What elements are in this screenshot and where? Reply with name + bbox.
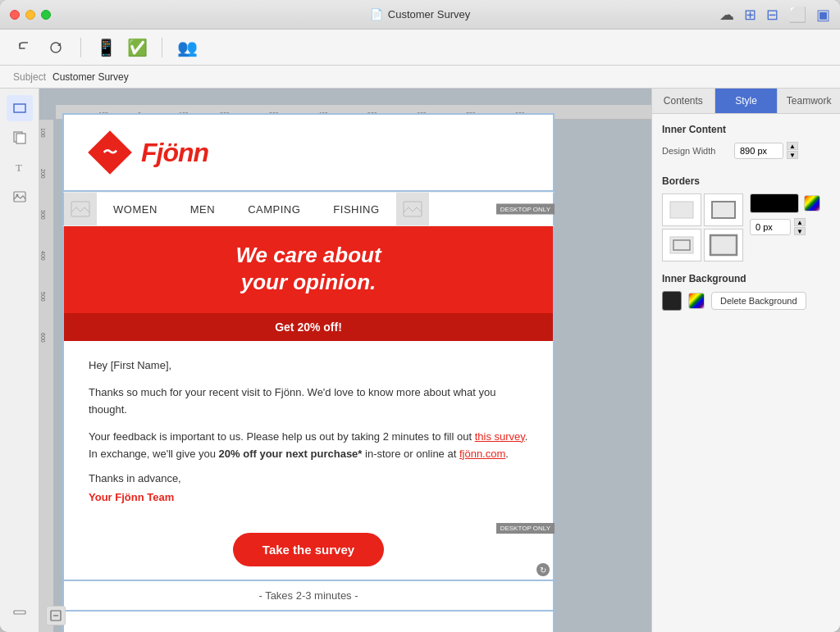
cta-button[interactable]: Take the survey xyxy=(233,533,384,566)
border-size-input[interactable] xyxy=(750,219,791,235)
tool-image[interactable] xyxy=(7,184,33,210)
check-icon[interactable]: ✅ xyxy=(126,36,148,59)
inner-bg-color-picker[interactable] xyxy=(688,293,705,309)
border-size-down[interactable]: ▼ xyxy=(794,227,806,235)
borders-section: Borders xyxy=(662,175,830,261)
minimize-button[interactable] xyxy=(25,10,35,20)
subject-value: Customer Survey xyxy=(52,71,129,83)
nav-desktop-only-badge: DESKTOP ONLY xyxy=(496,204,555,215)
logo-container: 〜 xyxy=(89,131,131,174)
main-area: T -100 0 100 200 300 400 500 xyxy=(0,89,840,632)
left-panel: T xyxy=(0,89,39,632)
inner-content-title: Inner Content xyxy=(662,124,830,135)
border-size-row: ▲ ▼ xyxy=(750,218,820,235)
border-color-picker[interactable] xyxy=(804,195,820,211)
hero-title-line1: We care about xyxy=(89,243,528,268)
body-greeting: Hey [First Name], xyxy=(89,357,528,375)
svg-rect-7 xyxy=(14,611,25,614)
design-width-input[interactable] xyxy=(734,143,783,159)
inner-content-section: Inner Content Design Width ▲ ▼ xyxy=(662,124,830,164)
grid-add-icon[interactable]: ⊞ xyxy=(744,6,756,24)
design-width-row: Design Width ▲ ▼ xyxy=(662,142,830,159)
svg-point-9 xyxy=(75,204,78,207)
logo-wave-symbol: 〜 xyxy=(103,143,117,162)
design-width-input-group: ▲ ▼ xyxy=(734,142,798,159)
tool-settings[interactable] xyxy=(7,599,33,625)
tool-layers[interactable] xyxy=(7,125,33,151)
border-preset-outer[interactable] xyxy=(704,229,743,261)
users-icon[interactable]: 👥 xyxy=(176,36,199,59)
body-site-link[interactable]: fjönn.com xyxy=(459,448,505,460)
maximize-button[interactable] xyxy=(41,10,51,20)
borders-controls: ▲ ▼ xyxy=(662,193,830,261)
titlebar-right-icons: ☁ ⊞ ⊟ ⬜ ▣ xyxy=(719,6,830,24)
refresh-icon[interactable] xyxy=(44,36,67,59)
svg-rect-3 xyxy=(16,134,25,143)
border-preset-none[interactable] xyxy=(662,193,701,226)
canvas-area[interactable]: -100 0 100 200 300 400 500 600 700 800 1… xyxy=(39,89,651,632)
subject-bar: Subject Customer Survey xyxy=(0,66,840,89)
border-preset-all[interactable] xyxy=(704,193,743,226)
body-para2-period: . xyxy=(505,448,509,460)
border-presets xyxy=(662,193,743,261)
border-size-up[interactable]: ▲ xyxy=(794,218,806,226)
nav-right-image xyxy=(396,193,429,225)
column-icon[interactable]: ⊟ xyxy=(766,6,778,24)
zoom-button[interactable] xyxy=(46,606,66,625)
nav-item-fishing[interactable]: FISHING xyxy=(317,193,395,225)
border-color-row xyxy=(750,193,820,213)
svg-rect-15 xyxy=(712,202,735,218)
nav-item-women[interactable]: WOMEN xyxy=(97,193,174,225)
body-survey-link[interactable]: this survey xyxy=(475,430,525,443)
tool-rectangle[interactable] xyxy=(7,95,33,121)
email-hero-section: We care about your opinion. xyxy=(62,226,555,313)
svg-point-0 xyxy=(51,43,61,52)
svg-rect-14 xyxy=(670,202,693,218)
cta-resize-handle[interactable]: ↻ xyxy=(536,563,550,576)
tab-contents[interactable]: Contents xyxy=(652,89,715,113)
right-panel: Contents Style Teamwork Inner Content De… xyxy=(651,89,840,632)
device-preview-icon[interactable]: 📱 xyxy=(94,36,117,59)
brand-logo: 〜 Fjönn xyxy=(89,131,528,174)
panel-left-icon[interactable]: ⬜ xyxy=(788,6,806,24)
signature-team: Your Fjönn Team xyxy=(89,491,174,503)
email-brand-header: 〜 Fjönn xyxy=(62,113,555,192)
timing-text: - Takes 2-3 minutes - xyxy=(258,589,358,602)
cta-desktop-only-badge: DESKTOP ONLY xyxy=(496,523,555,534)
body-thanks: Thanks in advance, xyxy=(89,472,528,484)
nav-item-camping[interactable]: CAMPING xyxy=(231,193,317,225)
inner-background-title: Inner Background xyxy=(662,273,830,284)
undo-button[interactable] xyxy=(13,36,36,59)
email-timing-section: - Takes 2-3 minutes - xyxy=(62,580,555,612)
traffic-lights xyxy=(10,10,51,20)
close-button[interactable] xyxy=(10,10,20,20)
inner-bg-controls: Delete Background xyxy=(662,291,830,311)
delete-background-button[interactable]: Delete Background xyxy=(711,292,806,310)
brand-name: Fjönn xyxy=(141,138,208,168)
email-body: Hey [First Name], Thanks so much for you… xyxy=(62,341,555,520)
tab-style[interactable]: Style xyxy=(715,89,778,113)
tab-teamwork[interactable]: Teamwork xyxy=(778,89,840,113)
design-width-stepper: ▲ ▼ xyxy=(787,142,798,159)
stepper-up[interactable]: ▲ xyxy=(787,142,798,150)
design-width-label: Design Width xyxy=(662,146,728,156)
toolbar-sep-2 xyxy=(162,38,162,57)
ruler-vertical: 100 200 300 400 500 600 xyxy=(39,120,54,632)
panel-right-icon[interactable]: ▣ xyxy=(816,6,830,24)
body-paragraph-1: Thanks so much for your recent visit to … xyxy=(89,384,528,419)
window-title-area: 📄 Customer Survey xyxy=(370,8,470,20)
inner-bg-swatch[interactable] xyxy=(662,291,682,311)
stepper-down[interactable]: ▼ xyxy=(787,151,798,159)
border-color-swatch[interactable] xyxy=(750,193,799,213)
email-cta-section: DESKTOP ONLY Take the survey ↻ xyxy=(62,520,555,580)
right-panel-tabs: Contents Style Teamwork xyxy=(652,89,840,114)
right-panel-content: Inner Content Design Width ▲ ▼ xyxy=(652,114,840,321)
inner-background-section: Inner Background Delete Background xyxy=(662,273,830,311)
border-preset-inner[interactable] xyxy=(662,229,701,261)
nav-item-men[interactable]: MEN xyxy=(174,193,231,225)
tool-text[interactable]: T xyxy=(7,154,33,180)
cloud-icon[interactable]: ☁ xyxy=(719,6,734,24)
title-doc-icon: 📄 xyxy=(370,8,383,20)
title-bar: 📄 Customer Survey ☁ ⊞ ⊟ ⬜ ▣ xyxy=(0,0,840,30)
email-empty-section-1 xyxy=(62,612,555,632)
